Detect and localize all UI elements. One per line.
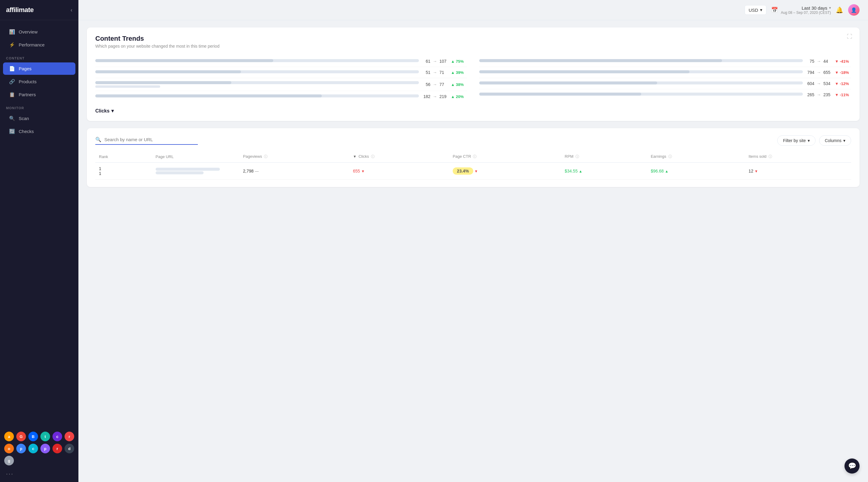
page-ctr-badge: 23.4% [453,168,473,175]
clicks-value: 655 [353,169,360,174]
sidebar-item-partners[interactable]: 📋 Partners [3,88,75,101]
trend-bar [479,82,803,85]
partner-icon-amazon[interactable]: a [4,432,14,441]
search-input[interactable] [104,137,198,142]
columns-button[interactable]: Columns ▾ [819,135,851,146]
td-earnings: $96.68 ▲ [647,162,745,180]
trend-row-left-2: 56 → 77 ▲ 38% [95,78,467,91]
date-range-selector: Last 30 days ▾ Aug 08 – Sep 07, 2020 (CE… [781,5,831,15]
earnings-value: $96.68 [651,169,664,174]
date-range-label: Last 30 days [802,5,827,10]
table-header-row: Rank Page URL Pageviews ⓘ ▼ Clicks ⓘ Pa [95,151,851,162]
trend-change: ▼ -18% [835,70,851,75]
date-range-subtitle: Aug 08 – Sep 07, 2020 (CEST) [781,10,831,15]
filter-by-site-button[interactable]: Filter by site ▾ [777,135,815,146]
partners-icon: 📋 [9,92,15,97]
partner-icon-blue[interactable]: p [16,444,26,453]
trend-bar-container [479,70,803,74]
trend-bar [95,81,419,84]
table-row: 1 1 2,798 — 655 ▼ [95,162,851,180]
currency-chevron-icon: ▾ [760,7,763,13]
trend-bar [95,94,419,97]
trends-grid: 61 → 107 ▲ 75% 51 → 71 ▲ 39% [95,56,851,102]
td-rpm: $34.55 ▲ [561,162,647,180]
td-items-sold: 12 ▼ [745,162,851,180]
expand-icon[interactable]: ⛶ [847,33,852,40]
chat-fab-button[interactable]: 💬 [844,458,860,474]
trend-arrow-icon: → [817,59,821,64]
partner-icon-b[interactable]: B [28,432,38,441]
rpm-info-icon: ⓘ [576,154,579,159]
metric-dropdown-button[interactable]: Clicks ▾ [95,108,851,114]
pages-table-card: 🔍 Filter by site ▾ Columns ▾ [87,128,860,187]
date-range-wrapper: 📅 Last 30 days ▾ Aug 08 – Sep 07, 2020 (… [771,5,831,15]
topbar: USD ▾ 📅 Last 30 days ▾ Aug 08 – Sep 07, … [79,0,868,20]
pageviews-info-icon: ⓘ [264,154,268,159]
partner-icon-gray[interactable]: g [4,456,14,465]
th-pageviews: Pageviews ⓘ [240,151,349,162]
partner-icon-red[interactable]: r [65,432,74,441]
rpm-trend-icon: ▲ [579,169,582,174]
currency-value: USD [749,7,758,13]
partner-icon-violet[interactable]: p [40,444,50,453]
trend-arrow-icon: → [433,59,437,64]
partner-icon-cyan[interactable]: c [28,444,38,453]
partner-icon-crimson[interactable]: r [53,444,62,453]
products-icon: 🔗 [9,79,15,85]
partner-icons-grid: a G B t c r o p c p r d g [0,429,79,469]
td-clicks: 655 ▼ [349,162,449,180]
partner-icon-purple[interactable]: c [53,432,62,441]
sidebar-item-scan[interactable]: 🔍 Scan [3,112,75,125]
columns-chevron-icon: ▾ [843,138,845,143]
sidebar-collapse-button[interactable]: ‹ [70,7,72,13]
user-avatar[interactable]: 👤 [848,4,860,16]
scan-icon: 🔍 [9,116,15,121]
trend-from: 794 [805,70,814,75]
main-area: USD ▾ 📅 Last 30 days ▾ Aug 08 – Sep 07, … [79,0,868,482]
td-page-url [152,162,240,180]
page-url-bar-2 [156,171,204,174]
trend-to: 655 [824,70,832,75]
sidebar-item-overview[interactable]: 📊 Overview [3,26,75,38]
td-rank: 1 1 [95,162,152,180]
clicks-info-icon: ⓘ [371,154,375,159]
partner-icon-google[interactable]: G [16,432,26,441]
trend-row-right-3: 265 → 235 ▼ -11% [479,89,851,100]
trend-change: ▲ 39% [451,70,467,75]
trend-change: ▲ 38% [451,82,467,87]
date-range-button[interactable]: Last 30 days ▾ [802,5,831,10]
logo: affilimate [6,6,34,14]
sidebar-item-label: Performance [19,42,44,47]
th-earnings: Earnings ⓘ [647,151,745,162]
search-input-wrapper: 🔍 [95,137,198,145]
trend-bar [479,70,803,73]
metric-label: Clicks [95,108,110,114]
items-sold-value: 12 [749,169,753,174]
trend-to: 219 [439,94,448,99]
content-trends-subtitle: Which pages on your website changed the … [95,44,851,49]
sidebar-item-products[interactable]: 🔗 Products [3,76,75,88]
up-arrow-icon: ▲ [451,59,455,64]
partner-icon-teal[interactable]: t [40,432,50,441]
th-items-sold: Items sold ⓘ [745,151,851,162]
notification-bell-icon[interactable]: 🔔 [836,6,843,13]
partner-icon-orange[interactable]: o [4,444,14,453]
clicks-sort-icon: ▼ [353,154,356,159]
partner-icon-dark[interactable]: d [65,444,74,453]
sidebar-item-checks[interactable]: 🔄 Checks [3,125,75,138]
pages-icon: 📄 [9,66,15,71]
th-page-ctr: Page CTR ⓘ [449,151,561,162]
td-page-ctr: 23.4% ▼ [449,162,561,180]
sidebar-item-performance[interactable]: ⚡ Performance [3,39,75,51]
checks-icon: 🔄 [9,128,15,134]
trend-change: ▼ -41% [835,59,851,64]
sidebar-item-pages[interactable]: 📄 Pages [3,62,75,75]
trend-bar-container [95,94,419,99]
currency-selector[interactable]: USD ▾ [745,5,766,15]
trend-to: 77 [439,82,448,87]
trend-row-left-3: 182 → 219 ▲ 20% [95,91,467,102]
down-arrow-icon: ▼ [835,93,839,97]
earnings-info-icon: ⓘ [668,154,672,159]
more-partners-button[interactable]: ··· [0,469,79,482]
trend-bar [479,93,803,96]
